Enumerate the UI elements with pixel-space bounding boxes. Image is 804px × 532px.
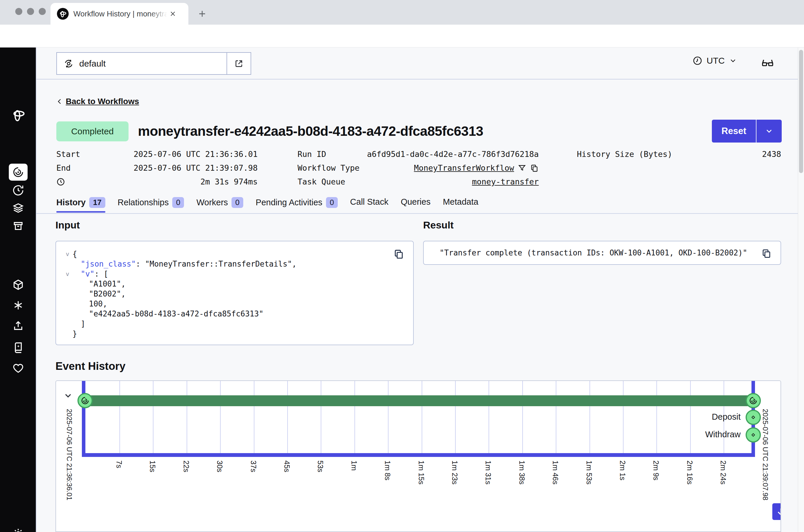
task-queue-label: Task Queue xyxy=(298,177,345,186)
timeline-tick-label: 2m 16s xyxy=(686,460,694,484)
tab-history-count: 17 xyxy=(89,197,105,208)
tab-pending-activities[interactable]: Pending Activities0 xyxy=(256,197,338,213)
workflow-end-node[interactable] xyxy=(746,393,761,408)
chevron-down-icon xyxy=(729,57,737,65)
window-minimize-button[interactable] xyxy=(27,8,34,15)
sidebar-item-import[interactable] xyxy=(0,320,36,332)
json-line: ] xyxy=(62,319,413,329)
timezone-selector[interactable]: UTC xyxy=(692,56,737,66)
timeline-tick-label: 2m 24s xyxy=(719,460,727,484)
sidebar-item-workflows[interactable] xyxy=(9,164,27,180)
workflow-type-link[interactable]: MoneyTransferWorkflow xyxy=(414,163,514,172)
sidebar-item-docs[interactable] xyxy=(0,341,36,354)
timeline-tick-label: 1m 53s xyxy=(585,460,593,484)
copy-icon[interactable] xyxy=(530,164,539,172)
sidebar-item-nexus[interactable] xyxy=(0,279,36,291)
json-collapse-chevron-icon[interactable]: v xyxy=(62,249,73,259)
tab-queries[interactable]: Queries xyxy=(401,197,431,211)
start-label: Start xyxy=(56,150,80,159)
input-panel: v{"json_class": "MoneyTransfer::Transfer… xyxy=(55,241,414,345)
page-scrollbar[interactable] xyxy=(798,48,804,532)
tab-pending-activities-count: 0 xyxy=(326,197,338,208)
task-queue-link[interactable]: money-transfer xyxy=(472,177,539,186)
tab-close-icon[interactable] xyxy=(169,10,176,18)
json-line: } xyxy=(62,329,413,339)
timeline-gridline xyxy=(254,381,255,453)
activity-label-deposit: Deposit xyxy=(653,412,741,422)
tab-workers[interactable]: Workers0 xyxy=(196,197,243,213)
timeline-tick-label: 22s xyxy=(182,460,190,472)
timeline-tick-label: 2m 9s xyxy=(652,460,660,480)
timeline-gridline xyxy=(153,381,153,453)
duration-value: 2m 31s 974ms xyxy=(201,177,258,186)
detail-row-workflow-type: Workflow Type MoneyTransferWorkflow xyxy=(298,161,539,175)
tab-relationships[interactable]: Relationships0 xyxy=(118,197,184,213)
timeline-tick-label: 1m 15s xyxy=(417,460,426,484)
json-collapse-chevron-icon[interactable]: v xyxy=(62,269,73,279)
filter-funnel-icon[interactable] xyxy=(518,164,526,172)
browser-toolbar: localhost:8080/namespaces/default/workfl… xyxy=(0,25,804,48)
reset-dropdown-button[interactable] xyxy=(756,120,782,142)
timeline-gridline xyxy=(522,381,523,453)
reset-button-group: Reset xyxy=(712,120,782,142)
timeline-start-line xyxy=(82,381,86,457)
run-id-value: a6fd95d1-da0c-4d2e-a77c-786f3d76218a xyxy=(367,150,539,159)
tab-title: Workflow History | moneytran xyxy=(73,10,167,18)
workflow-start-node[interactable] xyxy=(77,393,93,408)
timeline-scroll-down-button[interactable] xyxy=(772,503,781,520)
browser-tab-strip: Workflow History | moneytran xyxy=(0,0,804,25)
window-zoom-button[interactable] xyxy=(39,8,46,15)
sidebar-item-archival[interactable] xyxy=(0,220,36,232)
history-size-label: History Size (Bytes) xyxy=(577,150,672,159)
timeline-gridline xyxy=(119,381,120,453)
page-scrollbar-thumb[interactable] xyxy=(799,50,803,173)
namespace-external-link-button[interactable] xyxy=(226,53,250,74)
activity-node-deposit[interactable] xyxy=(746,410,761,425)
json-line: v{ xyxy=(62,249,413,259)
timeline-gridline xyxy=(556,381,556,453)
activity-node-withdraw[interactable] xyxy=(746,427,761,442)
sidebar-item-deployments[interactable] xyxy=(0,202,36,214)
temporal-logo-icon[interactable] xyxy=(0,108,36,121)
new-tab-button[interactable] xyxy=(197,9,207,19)
event-history-timeline[interactable]: 7s15s22s30s37s45s53s1m1m 8s1m 15s1m 23s1… xyxy=(55,380,781,532)
timeline-expand-chevron-icon[interactable] xyxy=(63,391,73,401)
result-copy-icon[interactable] xyxy=(761,248,772,259)
sidebar-item-schedules[interactable] xyxy=(0,184,36,196)
timeline-tick-label: 15s xyxy=(148,460,157,472)
namespace-selector[interactable]: default xyxy=(56,52,251,75)
temporal-favicon-icon xyxy=(57,8,69,20)
timeline-tick-label: 1m 38s xyxy=(518,460,526,484)
json-line: "B2002", xyxy=(62,289,413,299)
labs-glasses-icon[interactable] xyxy=(761,56,774,69)
timeline-axis xyxy=(82,453,755,457)
workflow-type-label: Workflow Type xyxy=(298,163,359,172)
timeline-tick-label: 1m 8s xyxy=(383,460,392,480)
json-gutter xyxy=(62,329,73,339)
theme-toggle-sun-icon[interactable] xyxy=(0,527,36,532)
sidebar-item-feedback[interactable] xyxy=(0,362,36,374)
back-to-workflows-link[interactable]: Back to Workflows xyxy=(56,97,139,106)
activity-label-withdraw: Withdraw xyxy=(653,430,741,439)
tab-metadata[interactable]: Metadata xyxy=(443,197,478,211)
timeline-end-date: 2025-07-06 UTC 21:39:07.98 xyxy=(761,409,769,500)
timeline-tick-label: 37s xyxy=(249,460,258,472)
timeline-gridline xyxy=(422,381,422,453)
window-close-button[interactable] xyxy=(15,8,22,15)
input-copy-icon[interactable] xyxy=(393,248,404,260)
workflow-title: moneytransfer-e4242aa5-b08d-4183-a472-df… xyxy=(138,123,483,139)
tab-history[interactable]: History17 xyxy=(56,197,105,213)
browser-tab[interactable]: Workflow History | moneytran xyxy=(51,3,188,25)
sidebar-item-batch-operations[interactable] xyxy=(0,299,36,311)
timeline-tick-label: 1m 46s xyxy=(551,460,560,484)
tab-call-stack[interactable]: Call Stack xyxy=(350,197,389,211)
timezone-label: UTC xyxy=(707,56,725,66)
details-column-ids: Run ID a6fd95d1-da0c-4d2e-a77c-786f3d762… xyxy=(298,147,539,189)
end-label: End xyxy=(56,163,71,172)
event-history-heading: Event History xyxy=(55,360,126,373)
timeline-tick-label: 30s xyxy=(216,460,224,472)
result-panel: "Transfer complete (transaction IDs: OKW… xyxy=(423,241,781,265)
reset-button[interactable]: Reset xyxy=(712,120,756,142)
timeline-tick-label: 1m 23s xyxy=(450,460,459,484)
workflow-span-bar[interactable] xyxy=(85,395,753,406)
